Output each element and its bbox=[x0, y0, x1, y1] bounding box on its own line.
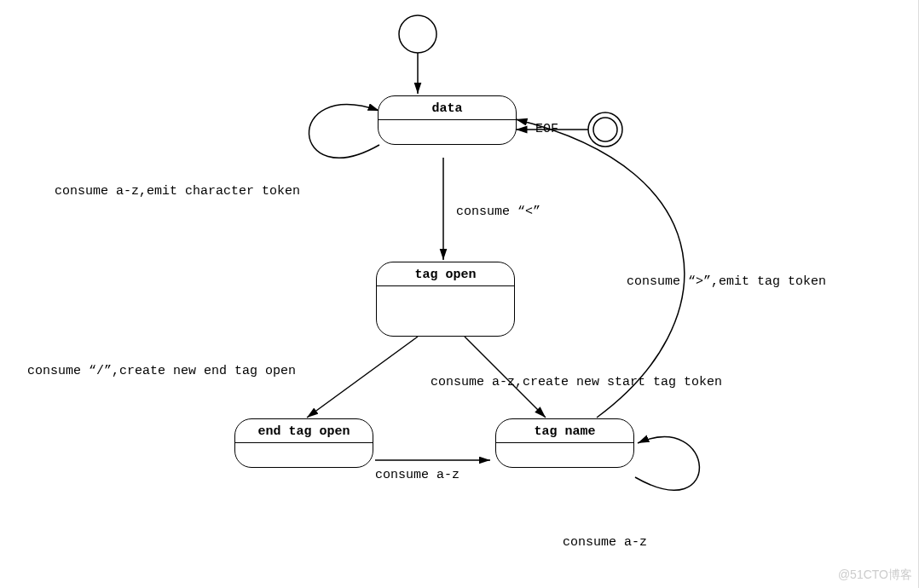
state-tag-name: tag name bbox=[495, 418, 634, 468]
state-end-tag-open: end tag open bbox=[234, 418, 373, 468]
label-consume-az: consume a-z bbox=[375, 468, 460, 482]
state-data-body bbox=[379, 120, 516, 144]
watermark: @51CTO博客 bbox=[838, 568, 912, 583]
label-consume-az-start: consume a-z,create new start tag token bbox=[431, 375, 722, 389]
state-data-title: data bbox=[379, 96, 516, 120]
state-tag-open-body bbox=[377, 286, 514, 332]
state-data: data bbox=[378, 95, 517, 145]
label-consume-az-loop: consume a-z bbox=[563, 535, 647, 550]
svg-point-2 bbox=[588, 112, 622, 147]
svg-point-3 bbox=[593, 118, 617, 141]
state-tag-name-body bbox=[496, 443, 633, 467]
label-consume-lt: consume “<” bbox=[456, 205, 540, 219]
svg-line-6 bbox=[307, 337, 418, 418]
label-consume-char: consume a-z,emit character token bbox=[55, 184, 300, 199]
svg-point-0 bbox=[399, 15, 436, 53]
label-consume-gt: consume “>”,emit tag token bbox=[627, 274, 826, 289]
state-tag-open: tag open bbox=[376, 262, 515, 337]
state-end-tag-open-title: end tag open bbox=[235, 419, 373, 443]
state-tag-name-title: tag name bbox=[496, 419, 633, 443]
state-tag-open-title: tag open bbox=[377, 262, 514, 286]
label-eof: EOF bbox=[535, 122, 558, 136]
label-consume-slash: consume “/”,create new end tag open bbox=[27, 364, 296, 378]
state-end-tag-open-body bbox=[235, 443, 373, 467]
